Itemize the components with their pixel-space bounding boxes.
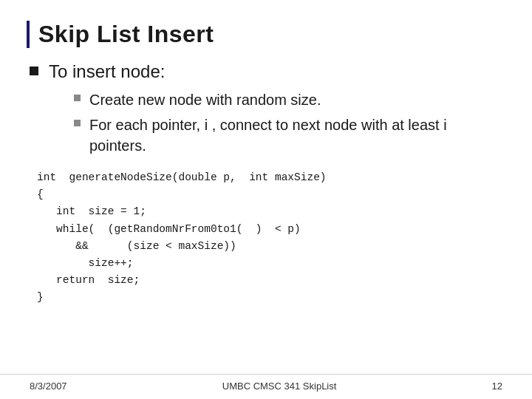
sub-bullet-text-2: For each pointer, i , connect to next no…	[89, 115, 502, 156]
main-bullet-text: To insert node:	[49, 61, 165, 82]
sub-bullet-2: For each pointer, i , connect to next no…	[74, 115, 502, 156]
sub-bullet-square-icon-2	[74, 120, 81, 126]
slide-title: Skip List Insert	[38, 21, 214, 47]
code-line-3: while( (getRandomNrFrom0to1( ) < p)	[37, 221, 502, 238]
title-bar: Skip List Insert	[27, 21, 502, 48]
footer-page-number: 12	[492, 381, 502, 392]
code-line-1: {	[37, 186, 502, 203]
sub-bullet-text-1: Create new node with random size.	[89, 89, 321, 110]
content-area: To insert node: Create new node with ran…	[0, 61, 532, 374]
footer-course-title: UMBC CMSC 341 SkipList	[222, 381, 337, 392]
bullet-square-icon	[30, 66, 38, 75]
bullet-section: To insert node: Create new node with ran…	[30, 61, 502, 156]
code-line-5: size++;	[37, 255, 502, 272]
sub-bullets: Create new node with random size. For ea…	[74, 89, 502, 156]
main-bullet: To insert node:	[30, 61, 502, 82]
code-line-0: int generateNodeSize(double p, int maxSi…	[37, 169, 502, 186]
code-line-6: return size;	[37, 272, 502, 289]
code-block: int generateNodeSize(double p, int maxSi…	[30, 169, 502, 307]
slide: Skip List Insert To insert node: Create …	[0, 0, 532, 399]
sub-bullet-1: Create new node with random size.	[74, 89, 502, 110]
sub-bullet-square-icon-1	[74, 95, 81, 101]
code-line-7: }	[37, 289, 502, 306]
code-line-2: int size = 1;	[37, 203, 502, 220]
code-line-4: && (size < maxSize))	[37, 238, 502, 255]
footer: 8/3/2007 UMBC CMSC 341 SkipList 12	[0, 374, 532, 399]
footer-date: 8/3/2007	[30, 381, 67, 392]
